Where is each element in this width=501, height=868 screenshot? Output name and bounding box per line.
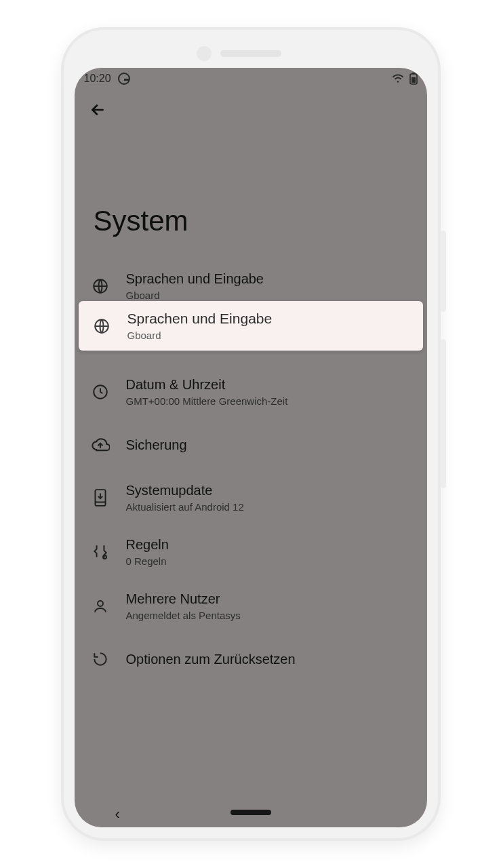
settings-page: 10:20 Syst	[75, 68, 427, 827]
svg-point-0	[397, 81, 398, 82]
rules-icon	[91, 542, 110, 561]
nav-home-pill[interactable]	[231, 810, 271, 815]
list-item-update[interactable]: Systemupdate Aktualisiert auf Android 12	[75, 471, 427, 525]
globe-icon	[91, 277, 110, 296]
globe-icon	[92, 317, 111, 336]
svg-point-8	[103, 555, 106, 559]
page-title: System	[75, 130, 427, 259]
clock-icon	[91, 382, 110, 401]
arrow-back-icon	[89, 101, 106, 119]
wifi-icon	[392, 73, 404, 85]
item-title: Sprachen und Eingabe	[126, 271, 264, 287]
item-title: Optionen zum Zurücksetzen	[126, 652, 296, 667]
google-icon	[118, 73, 130, 85]
back-button[interactable]	[83, 95, 113, 125]
cloud-upload-icon	[91, 435, 110, 454]
highlighted-item-languages[interactable]: Sprachen und Eingabe Gboard	[79, 301, 423, 351]
item-title: Mehrere Nutzer	[126, 591, 241, 607]
svg-rect-2	[412, 77, 416, 83]
navigation-bar: ‹	[75, 797, 427, 827]
list-item-users[interactable]: Mehrere Nutzer Angemeldet als Pentasys	[75, 579, 427, 633]
top-app-bar	[75, 90, 427, 130]
item-subtitle: GMT+00:00 Mittlere Greenwich-Zeit	[126, 395, 288, 407]
item-subtitle: Gboard	[126, 290, 264, 301]
item-title: Datum & Uhrzeit	[126, 377, 288, 393]
list-item-rules[interactable]: Regeln 0 Regeln	[75, 525, 427, 579]
item-subtitle: Angemeldet als Pentasys	[126, 610, 241, 621]
system-update-icon	[91, 488, 110, 507]
person-icon	[91, 597, 110, 616]
list-item-reset[interactable]: Optionen zum Zurücksetzen	[75, 633, 427, 685]
phone-frame: 10:20 Syst	[61, 27, 441, 841]
reset-icon	[91, 650, 110, 669]
item-title: Systemupdate	[126, 483, 244, 498]
volume-button[interactable]	[441, 231, 446, 312]
power-button[interactable]	[441, 339, 446, 488]
svg-rect-3	[412, 73, 415, 74]
battery-icon	[409, 73, 418, 85]
item-title: Regeln	[126, 537, 169, 553]
item-subtitle: 0 Regeln	[126, 555, 169, 567]
item-subtitle: Aktualisiert auf Android 12	[126, 501, 244, 513]
item-title: Sprachen und Eingabe	[127, 311, 273, 327]
nav-back-icon[interactable]: ‹	[115, 806, 120, 823]
list-item-backup[interactable]: Sicherung	[75, 419, 427, 471]
item-subtitle: Gboard	[127, 330, 273, 341]
list-item-datetime[interactable]: Datum & Uhrzeit GMT+00:00 Mittlere Green…	[75, 365, 427, 419]
speaker-grille	[220, 50, 281, 57]
screen: 10:20 Syst	[75, 68, 427, 827]
item-title: Sicherung	[126, 437, 187, 453]
status-bar: 10:20	[75, 68, 427, 90]
status-time: 10:20	[84, 73, 111, 85]
front-camera	[197, 46, 212, 61]
svg-point-9	[98, 601, 103, 606]
